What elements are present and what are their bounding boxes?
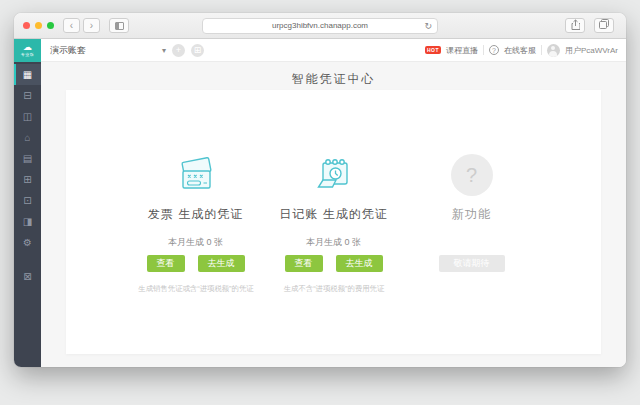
question-mark-icon: ?	[451, 154, 493, 196]
sidebar-toggle-icon	[115, 22, 124, 30]
sidebar-item-funds[interactable]: ⌂	[14, 127, 41, 148]
reports-icon: ◫	[23, 111, 32, 122]
address-bar[interactable]: urpcg3hibfvn.chanapp.com ↻	[202, 18, 438, 34]
add-account-button[interactable]: +	[172, 44, 185, 57]
share-icon	[571, 19, 580, 30]
journal-monthly-stat: 本月生成 0 张	[268, 236, 400, 248]
minimize-window-button[interactable]	[35, 22, 42, 29]
journal-icon	[314, 156, 354, 196]
sidebar-item-invoices[interactable]: ▤	[14, 148, 41, 169]
journal-module-note: 生成不含“进项税额”的费用凭证	[273, 283, 394, 293]
voucher-center-card: 发票 生成的凭证 本月生成 0 张 查看 去生成 生成销售凭证或含“进项税额”的…	[66, 90, 601, 354]
account-set-name: 演示账套	[50, 44, 86, 57]
help-icon: ?	[489, 45, 499, 55]
sidebar-toggle-button[interactable]	[109, 18, 129, 33]
invoice-generate-button[interactable]: 去生成	[198, 255, 245, 272]
sidebar-item-vouchers[interactable]: ▦	[14, 64, 41, 85]
reload-icon[interactable]: ↻	[424, 19, 432, 33]
invoice-voucher-module: 发票 生成的凭证 本月生成 0 张 查看 去生成 生成销售凭证或含“进项税额”的…	[130, 150, 262, 294]
page-title: 智能凭证中心	[41, 62, 626, 88]
chevron-down-icon: ▾	[162, 46, 166, 55]
invoice-module-title: 发票 生成的凭证	[130, 206, 262, 222]
invoice-view-button[interactable]: 查看	[147, 255, 185, 272]
url-text: urpcg3hibfvn.chanapp.com	[272, 21, 368, 30]
forward-button[interactable]: ›	[83, 18, 100, 33]
close-window-button[interactable]	[23, 22, 30, 29]
sidebar-item-checkout[interactable]: ⊡	[14, 190, 41, 211]
account-set-selector[interactable]: 演示账套 ▾	[50, 44, 166, 57]
browser-toolbar: ‹ › urpcg3hibfvn.chanapp.com ↻	[14, 13, 626, 39]
tabs-overview-button[interactable]	[594, 18, 614, 33]
sidebar-item-inventory[interactable]: ◨	[14, 211, 41, 232]
settings-icon: ⚙	[23, 237, 32, 248]
invoice-icon	[175, 156, 217, 196]
accounts-icon: ⊟	[23, 90, 31, 101]
app-logo[interactable]: ☁ 专业版	[14, 39, 41, 62]
checkout-icon: ⊡	[23, 195, 31, 206]
app-header: ☁ 专业版 演示账套 ▾ + ⊞ HOT 课程直播 ? 在线客服 用户PcaWV…	[14, 39, 626, 62]
divider	[541, 45, 542, 55]
browser-window: ‹ › urpcg3hibfvn.chanapp.com ↻	[14, 13, 626, 367]
tools-icon: ⊠	[23, 271, 31, 282]
new-feature-locked-button: 敬请期待	[439, 255, 505, 272]
avatar[interactable]	[547, 44, 560, 57]
zoom-window-button[interactable]	[47, 22, 54, 29]
online-service-link[interactable]: 在线客服	[504, 45, 536, 56]
sidebar-item-settings[interactable]: ⚙	[14, 232, 41, 253]
back-button[interactable]: ‹	[63, 18, 80, 33]
share-button[interactable]	[565, 18, 585, 33]
live-course-link[interactable]: 课程直播	[446, 45, 478, 56]
sidebar-item-salary[interactable]: ⊞	[14, 169, 41, 190]
salary-icon: ⊞	[23, 174, 31, 185]
divider	[483, 45, 484, 55]
journal-module-title: 日记账 生成的凭证	[268, 206, 400, 222]
main-content: 智能凭证中心	[41, 62, 626, 367]
sidebar-item-reports[interactable]: ◫	[14, 106, 41, 127]
account-grid-button[interactable]: ⊞	[191, 44, 204, 57]
journal-view-button[interactable]: 查看	[285, 255, 323, 272]
journal-voucher-module: 日记账 生成的凭证 本月生成 0 张 查看 去生成 生成不含“进项税额”的费用凭…	[268, 150, 400, 294]
window-controls	[23, 22, 54, 29]
new-feature-module: ? 新功能 敬请期待	[406, 150, 538, 294]
invoices-icon: ▤	[23, 153, 32, 164]
hot-badge: HOT	[425, 46, 441, 54]
tabs-icon	[599, 19, 609, 29]
sidebar-item-accounts[interactable]: ⊟	[14, 85, 41, 106]
funds-icon: ⌂	[24, 132, 30, 143]
invoice-module-note: 生成销售凭证或含“进项税额”的凭证	[135, 283, 256, 293]
invoice-monthly-stat: 本月生成 0 张	[130, 236, 262, 248]
edition-label: 专业版	[21, 53, 35, 57]
vouchers-icon: ▦	[23, 69, 32, 80]
new-feature-title: 新功能	[406, 206, 538, 222]
inventory-icon: ◨	[23, 216, 32, 227]
journal-generate-button[interactable]: 去生成	[336, 255, 383, 272]
sidebar-nav: ▦⊟◫⌂▤⊞⊡◨⚙⊠	[14, 62, 41, 367]
cloud-icon: ☁	[23, 43, 32, 52]
username[interactable]: 用户PcaWVrAr	[565, 45, 618, 56]
sidebar-item-tools[interactable]: ⊠	[14, 266, 41, 287]
